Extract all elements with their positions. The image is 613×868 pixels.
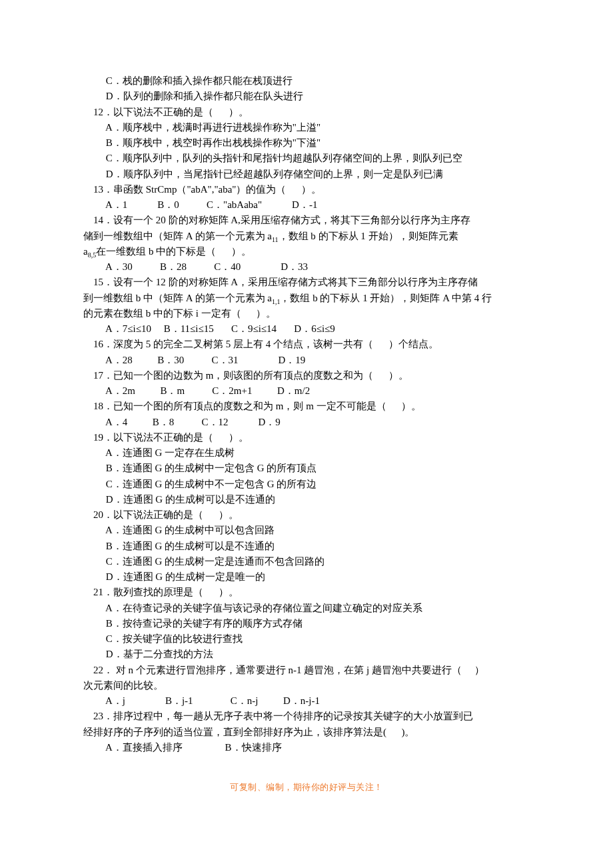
q22-stem-line2: 次元素间的比较。 (83, 678, 530, 693)
q11-option-c: C．栈的删除和插入操作都只能在栈顶进行 (83, 73, 530, 89)
q14-stem-line1: 14．设有一个 20 阶的对称矩阵 A,采用压缩存储方式，将其下三角部分以行序为… (83, 213, 530, 228)
q18-stem: 18．已知一个图的所有顶点的度数之和为 m，则 m 一定不可能是（ ）。 (83, 399, 530, 414)
q21-option-d: D．基于二分查找的方法 (83, 647, 530, 662)
q17-stem: 17．已知一个图的边数为 m，则该图的所有顶点的度数之和为（ ）。 (83, 368, 530, 383)
q23-stem-line2: 经排好序的子序列的适当位置，直到全部排好序为止，该排序算法是( )。 (83, 725, 530, 740)
q16-stem: 16．深度为 5 的完全二叉树第 5 层上有 4 个结点，该树一共有（ ）个结点… (83, 337, 530, 352)
q15-stem-line2: 到一维数组 b 中（矩阵 A 的第一个元素为 a1,1，数组 b 的下标从 1 … (83, 291, 530, 306)
q13-stem: 13．串函数 StrCmp（"abA","aba"）的值为（ ）。 (83, 182, 530, 197)
q19-option-c: C．连通图 G 的生成树中不一定包含 G 的所有边 (83, 477, 530, 492)
q14-stem-line3: a8,5在一维数组 b 中的下标是（ ）。 (83, 244, 530, 259)
document-page: C．栈的删除和插入操作都只能在栈顶进行 D．队列的删除和插入操作都只能在队头进行… (0, 0, 613, 868)
q22-stem-line1: 22． 对 n 个元素进行冒泡排序，通常要进行 n-1 趟冒泡，在第 j 趟冒泡… (83, 663, 530, 678)
q20-stem: 20．以下说法正确的是（ ）。 (83, 507, 530, 523)
q14-stem-line2: 储到一维数组中（矩阵 A 的第一个元素为 a11，数组 b 的下标从 1 开始）… (83, 229, 530, 244)
q12-option-d: D．顺序队列中，当尾指针已经超越队列存储空间的上界，则一定是队列已满 (83, 167, 530, 182)
q20-option-c: C．连通图 G 的生成树一定是连通而不包含回路的 (83, 554, 530, 569)
q12-option-a: A．顺序栈中，栈满时再进行进栈操作称为"上溢" (83, 120, 530, 135)
q15-stem-line3: 的元素在数组 b 中的下标 i 一定有（ ）。 (83, 306, 530, 321)
q22-options: A．j B．j-1 C．n-j D．n-j-1 (83, 693, 530, 709)
q20-option-d: D．连通图 G 的生成树一定是唯一的 (83, 569, 530, 585)
q21-stem: 21．散列查找的原理是（ ）。 (83, 585, 530, 600)
q12-stem: 12．以下说法不正确的是（ ）。 (83, 105, 530, 120)
q19-option-d: D．连通图 G 的生成树可以是不连通的 (83, 492, 530, 507)
q13-options: A．1 B．0 C．"abAaba" D．-1 (83, 197, 530, 213)
q18-options: A．4 B．8 C．12 D．9 (83, 415, 530, 430)
q12-option-c: C．顺序队列中，队列的头指针和尾指针均超越队列存储空间的上界，则队列已空 (83, 151, 530, 166)
q19-option-a: A．连通图 G 一定存在生成树 (83, 445, 530, 461)
q17-options: A．2m B．m C．2m+1 D．m/2 (83, 383, 530, 399)
q14-options: A．30 B．28 C．40 D．33 (83, 259, 530, 275)
q23-options: A．直接插入排序 B．快速排序 (83, 740, 530, 755)
q21-option-b: B．按待查记录的关键字有序的顺序方式存储 (83, 616, 530, 631)
q21-option-c: C．按关键字值的比较进行查找 (83, 631, 530, 647)
q20-option-a: A．连通图 G 的生成树中可以包含回路 (83, 523, 530, 538)
q16-options: A．28 B．30 C．31 D．19 (83, 353, 530, 368)
q19-stem: 19．以下说法不正确的是（ ）。 (83, 430, 530, 445)
q21-option-a: A．在待查记录的关键字值与该记录的存储位置之间建立确定的对应关系 (83, 601, 530, 616)
page-footer: 可复制、编制，期待你的好评与关注！ (83, 781, 530, 794)
q11-option-d: D．队列的删除和插入操作都只能在队头进行 (83, 89, 530, 104)
q23-stem-line1: 23．排序过程中，每一趟从无序子表中将一个待排序的记录按其关键字的大小放置到已 (83, 709, 530, 724)
q15-options: A．7≤i≤10 B．11≤i≤15 C．9≤i≤14 D．6≤i≤9 (83, 321, 530, 337)
q15-stem-line1: 15．设有一个 12 阶的对称矩阵 A，采用压缩存储方式将其下三角部分以行序为主… (83, 275, 530, 290)
q12-option-b: B．顺序栈中，栈空时再作出栈栈操作称为"下溢" (83, 135, 530, 151)
q19-option-b: B．连通图 G 的生成树中一定包含 G 的所有顶点 (83, 461, 530, 476)
q20-option-b: B．连通图 G 的生成树可以是不连通的 (83, 539, 530, 554)
